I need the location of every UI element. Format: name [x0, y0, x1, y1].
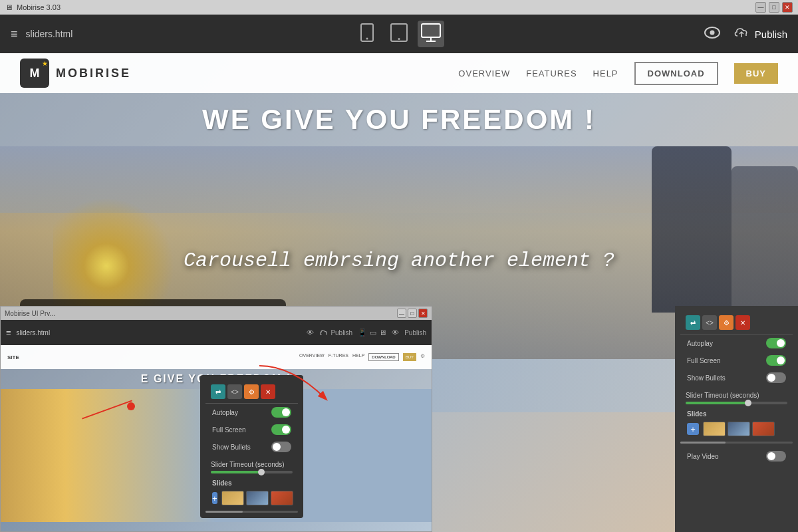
cloud-upload-icon: [733, 27, 749, 42]
sp-slides-add-row-r: +: [680, 419, 793, 439]
sp-header-left: ⇄ <> ⚙ ✕: [205, 380, 298, 404]
sp-slide-thumbnails: [221, 491, 293, 505]
nested-preview-eye[interactable]: 👁: [392, 329, 399, 336]
sp-fullscreen-row-r: Full Screen: [680, 352, 793, 369]
svg-point-8: [710, 30, 714, 35]
nested-menu-icon[interactable]: ≡: [6, 328, 11, 338]
nested-window-right: ⇄ <> ⚙ ✕ Autoplay Full Screen Show Bulle…: [675, 306, 798, 532]
nested-publish-btn[interactable]: Publish: [319, 329, 352, 336]
sp-autoplay-toggle-r[interactable]: [766, 338, 786, 348]
hero-title: WE GIVE YOU FREEDOM !: [202, 104, 596, 136]
overlay-carousel-label: Carousell embrsing another element ?: [184, 249, 614, 272]
sp-scroll-track-r: [680, 442, 793, 444]
nested-nav-help: HELP: [352, 353, 364, 361]
nested-preview-icon[interactable]: 👁: [307, 329, 314, 336]
publish-label: Publish: [755, 29, 787, 40]
sp-fullscreen-toggle-r[interactable]: [766, 355, 786, 366]
nested-device-icons: 📱 ▭ 🖥: [358, 329, 386, 337]
sp-bullets-row-r: Show Bullets: [680, 369, 793, 386]
sp-autoplay-row: Autoplay: [205, 404, 298, 421]
nested-filename: sliders.html: [17, 329, 51, 336]
tablet-view-btn[interactable]: [386, 21, 412, 47]
sp-slide-thumb-2[interactable]: [246, 491, 269, 505]
sp-slide-thumb-1[interactable]: [221, 491, 244, 505]
nested-nav: SITE OVERVIEW F-TURES HELP DOWNLOAD BUY …: [1, 345, 432, 369]
sp-fullscreen-label-r: Full Screen: [687, 357, 721, 364]
sp-add-slide-btn-r[interactable]: +: [687, 423, 699, 435]
nested-title-controls: — □ ✕: [397, 309, 428, 318]
nav-download-btn[interactable]: DOWNLOAD: [634, 62, 718, 85]
nested-download-btn[interactable]: DOWNLOAD: [368, 353, 398, 361]
brand-name: MOBIRISE: [56, 66, 131, 80]
sp-timeout-section-r: Slider Timeout (seconds): [680, 386, 793, 408]
svg-point-1: [366, 37, 368, 39]
nav-buy-btn[interactable]: BUY: [734, 63, 778, 84]
nested-settings-icon[interactable]: ⚙: [420, 353, 425, 361]
minimize-btn[interactable]: —: [755, 2, 766, 13]
sp-slide-thumb-3[interactable]: [271, 491, 293, 505]
sp-add-slide-btn[interactable]: +: [212, 492, 217, 504]
sp-blocks-btn[interactable]: ⇄: [211, 384, 225, 399]
sp-slide-thumb-r3[interactable]: [752, 422, 775, 436]
nested-desktop-icon[interactable]: 🖥: [379, 329, 386, 337]
nested-close-btn[interactable]: ✕: [418, 309, 428, 318]
svg-point-3: [398, 38, 400, 40]
nested-brand-sm: SITE: [7, 354, 19, 360]
nested-min-btn[interactable]: —: [397, 309, 406, 318]
sp-delete-btn[interactable]: ✕: [261, 384, 275, 399]
sp-settings-btn[interactable]: ⚙: [244, 384, 259, 399]
desktop-icon: [421, 23, 441, 45]
sp-slides-label: Slides: [205, 477, 298, 488]
mobile-view-btn[interactable]: [354, 21, 380, 47]
sp-bullets-toggle-r[interactable]: [766, 372, 786, 383]
nested-app-title: Mobirise UI Prv...: [5, 310, 55, 317]
sp-timeout-slider[interactable]: [211, 471, 293, 473]
sp-code-btn-r[interactable]: <>: [702, 315, 717, 330]
close-btn[interactable]: ✕: [782, 2, 793, 13]
preview-btn[interactable]: [704, 27, 720, 42]
sp-bullets-label-r: Show Bullets: [687, 374, 726, 382]
sp-autoplay-toggle[interactable]: [271, 407, 291, 418]
nav-link-help[interactable]: HELP: [593, 68, 618, 78]
sp-slide-thumb-r2[interactable]: [728, 422, 750, 436]
menu-icon[interactable]: ≡: [11, 27, 18, 41]
sp-header-right: ⇄ <> ⚙ ✕: [680, 311, 793, 334]
sp-settings-btn-r[interactable]: ⚙: [719, 315, 733, 330]
sp-slide-thumbnails-r: [703, 422, 775, 436]
nested-max-btn[interactable]: □: [408, 309, 417, 318]
nav-link-overview[interactable]: OVERVIEW: [458, 68, 510, 78]
sp-playvideo-toggle-r[interactable]: [766, 451, 786, 462]
nested-tablet-icon[interactable]: ▭: [370, 329, 376, 337]
title-bar-controls[interactable]: — □ ✕: [755, 2, 793, 13]
tablet-icon: [390, 23, 408, 45]
sp-fullscreen-row: Full Screen: [205, 421, 298, 438]
sp-blocks-btn-r[interactable]: ⇄: [686, 315, 700, 330]
publish-button[interactable]: Publish: [733, 27, 787, 42]
sp-timeout-label-r: Slider Timeout (seconds): [686, 392, 759, 399]
desktop-view-btn[interactable]: [418, 21, 444, 47]
sp-playvideo-label-r: Play Video: [687, 453, 719, 460]
brand: M ★ MOBIRISE: [20, 59, 131, 88]
maximize-btn[interactable]: □: [769, 2, 779, 13]
sp-slider-fill: [211, 471, 260, 473]
preview-nav: M ★ MOBIRISE OVERVIEW FEATURES HELP DOWN…: [0, 53, 798, 93]
sp-autoplay-label: Autoplay: [212, 409, 238, 416]
nested-publish-right[interactable]: Publish: [404, 329, 426, 336]
mobile-icon: [360, 23, 374, 45]
sp-code-btn[interactable]: <>: [227, 384, 242, 399]
sp-timeout-slider-r[interactable]: [686, 402, 787, 404]
sp-fullscreen-toggle[interactable]: [271, 424, 291, 435]
sp-slide-thumb-r1[interactable]: [703, 422, 726, 436]
hero-title-banner: WE GIVE YOU FREEDOM !: [0, 93, 798, 146]
nav-link-features[interactable]: FEATURES: [526, 68, 577, 78]
nested-buy-btn[interactable]: BUY: [403, 353, 416, 361]
title-bar: 🖥 Mobirise 3.03 — □ ✕: [0, 0, 798, 15]
filename-label: sliders.html: [26, 29, 73, 39]
sp-delete-btn-r[interactable]: ✕: [735, 315, 750, 330]
nested-mobile-icon[interactable]: 📱: [358, 329, 367, 337]
sp-bullets-toggle[interactable]: [271, 442, 291, 452]
sp-slider-thumb[interactable]: [258, 469, 265, 475]
sp-slides-label-r: Slides: [680, 408, 793, 419]
sp-slider-thumb-r[interactable]: [745, 400, 751, 406]
title-bar-left: 🖥 Mobirise 3.03: [5, 3, 61, 11]
